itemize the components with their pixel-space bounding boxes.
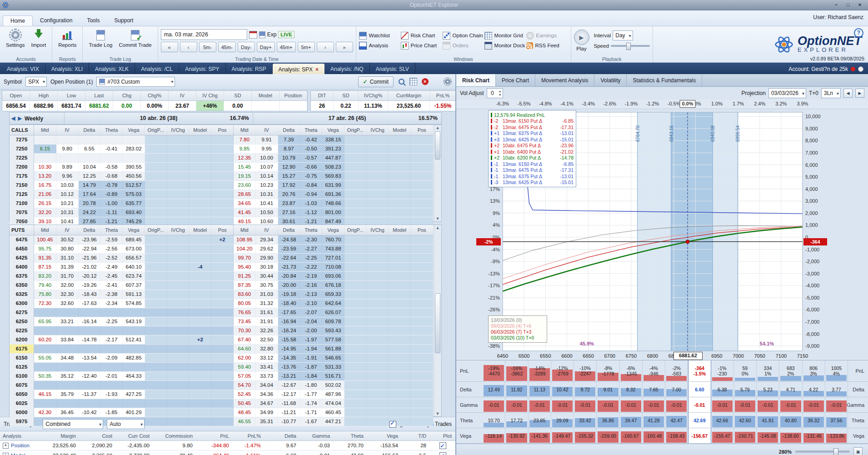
strike-cell[interactable]: 7225 <box>10 154 34 162</box>
chain-cell[interactable] <box>344 372 367 380</box>
chain-cell[interactable] <box>167 354 190 362</box>
chain-cell[interactable]: 9.85 <box>234 145 256 153</box>
chain-cell[interactable]: 31.91 <box>256 317 278 326</box>
legend-entry[interactable]: -113mar. 6150 Put Δ-6.85 <box>491 161 574 167</box>
chain-cell[interactable] <box>344 299 367 308</box>
analysis-tab-analysis-xli[interactable]: Analysis: XLI <box>45 63 89 75</box>
chain-cell[interactable]: -17.65 <box>278 308 300 317</box>
chain-cell[interactable]: 575.03 <box>123 190 145 199</box>
nav-button-5m[interactable]: 5m+ <box>298 42 315 52</box>
chain-cell[interactable]: -10.42 <box>79 408 101 417</box>
chain-cell[interactable] <box>145 417 167 426</box>
chain-cell[interactable]: 10.07 <box>256 163 278 171</box>
chain-cell[interactable] <box>344 181 367 190</box>
chain-cell[interactable] <box>79 154 101 162</box>
chain-cell[interactable]: 99.70 <box>234 254 256 262</box>
chain-cell[interactable]: 748.66 <box>322 199 344 208</box>
chain-cell[interactable] <box>79 399 101 408</box>
strike-cell[interactable]: 6250 <box>10 317 34 326</box>
chain-cell[interactable] <box>344 208 367 217</box>
chain-cell[interactable]: -12.67 <box>278 381 300 390</box>
chain-cell[interactable] <box>123 308 145 317</box>
chain-cell[interactable]: -1.84 <box>300 372 322 380</box>
chain-cell[interactable]: 656.57 <box>123 254 145 262</box>
chain-cell[interactable] <box>123 326 145 335</box>
chain-cell[interactable] <box>389 381 411 390</box>
chain-cell[interactable]: 35.12 <box>56 372 79 380</box>
chain-cell[interactable]: 631.99 <box>322 181 344 190</box>
strike-cell[interactable]: 7250 <box>10 145 34 153</box>
chain-cell[interactable] <box>389 408 411 417</box>
chain-cell[interactable]: 32.80 <box>256 345 278 353</box>
legend-entry[interactable]: +113mar. 6375 Put Δ-13.01 <box>491 130 574 137</box>
chain-cell[interactable] <box>389 245 411 253</box>
chain-cell[interactable] <box>211 335 234 344</box>
puts-scrollbar[interactable]: ▲▼ <box>434 225 441 416</box>
chain-cell[interactable] <box>367 372 389 380</box>
chain-cell[interactable] <box>211 199 234 208</box>
chain-cell[interactable] <box>189 235 211 244</box>
chain-cell[interactable]: -2.22 <box>300 263 322 271</box>
strike-cell[interactable]: 6000 <box>10 408 34 417</box>
chain-cell[interactable] <box>211 345 234 353</box>
chain-cell[interactable]: 80.05 <box>234 299 256 308</box>
commit-button[interactable]: ✓ Commit <box>358 76 394 87</box>
chain-cell[interactable]: 29.90 <box>256 254 278 262</box>
strike-cell[interactable]: 6175 <box>10 345 34 353</box>
chain-cell[interactable]: -1.94 <box>300 345 322 353</box>
chain-cell[interactable] <box>389 181 411 190</box>
chain-cell[interactable]: 10.14 <box>256 172 278 180</box>
chain-cell[interactable]: -23.96 <box>79 235 101 244</box>
chain-cell[interactable]: 15.27 <box>278 172 300 180</box>
chain-cell[interactable] <box>367 154 389 162</box>
chain-cell[interactable] <box>167 281 190 290</box>
chain-cell[interactable] <box>211 181 234 190</box>
nav-button-5m[interactable]: 5m- <box>199 42 216 52</box>
chain-cell[interactable] <box>100 363 123 371</box>
chain-cell[interactable]: -11.68 <box>278 399 300 408</box>
chain-cell[interactable]: 26.15 <box>34 199 56 208</box>
strategy-combo[interactable]: #703 Custom <box>96 77 175 87</box>
chain-cell[interactable] <box>79 363 101 371</box>
chain-cell[interactable]: 591.13 <box>123 290 145 299</box>
chain-cell[interactable]: 62.00 <box>234 354 256 362</box>
nav-button-[interactable]: « <box>161 42 178 52</box>
chain-cell[interactable]: -0.66 <box>300 163 322 171</box>
ignore-trades-checkbox[interactable] <box>389 421 396 428</box>
menu-tab-support[interactable]: Support <box>107 15 140 26</box>
chain-cell[interactable]: 727.01 <box>322 254 344 262</box>
chain-cell[interactable] <box>344 163 367 171</box>
chain-cell[interactable] <box>167 163 190 171</box>
maximize-button[interactable]: □ <box>843 1 853 9</box>
chain-cell[interactable] <box>189 390 211 399</box>
chain-cell[interactable] <box>56 135 79 144</box>
chain-cell[interactable]: 33.73 <box>256 372 278 380</box>
chain-cell[interactable] <box>189 354 211 362</box>
chain-cell[interactable] <box>56 345 79 353</box>
zoom-fit-icon[interactable]: ▣ <box>853 447 863 455</box>
chain-cell[interactable] <box>145 317 167 326</box>
chain-cell[interactable]: 546.65 <box>322 354 344 362</box>
chain-cell[interactable] <box>79 326 101 335</box>
chain-cell[interactable]: -4 <box>189 263 211 271</box>
chain-cell[interactable] <box>367 335 389 344</box>
chain-cell[interactable] <box>189 245 211 253</box>
chain-cell[interactable]: 52.45 <box>234 390 256 399</box>
chain-cell[interactable]: 29.34 <box>256 235 278 244</box>
chain-cell[interactable]: 10.03 <box>56 181 79 190</box>
chain-cell[interactable] <box>145 372 167 380</box>
chain-cell[interactable] <box>145 354 167 362</box>
chain-cell[interactable]: -1.03 <box>300 199 322 208</box>
strike-cell[interactable]: 6350 <box>10 281 34 290</box>
chain-cell[interactable]: 512.57 <box>123 181 145 190</box>
strike-cell[interactable]: 6150 <box>10 354 34 362</box>
chain-cell[interactable]: 28.65 <box>234 190 256 199</box>
auto-combo[interactable]: Auto <box>107 419 145 429</box>
chain-cell[interactable]: -14.35 <box>278 354 300 362</box>
analysis-tab-analysis-nq[interactable]: Analysis: /NQ <box>324 63 370 75</box>
chain-cell[interactable] <box>344 245 367 253</box>
chain-cell[interactable] <box>411 281 433 290</box>
chain-cell[interactable] <box>211 399 234 408</box>
chain-cell[interactable] <box>189 408 211 417</box>
chain-cell[interactable]: -1.80 <box>300 381 322 390</box>
